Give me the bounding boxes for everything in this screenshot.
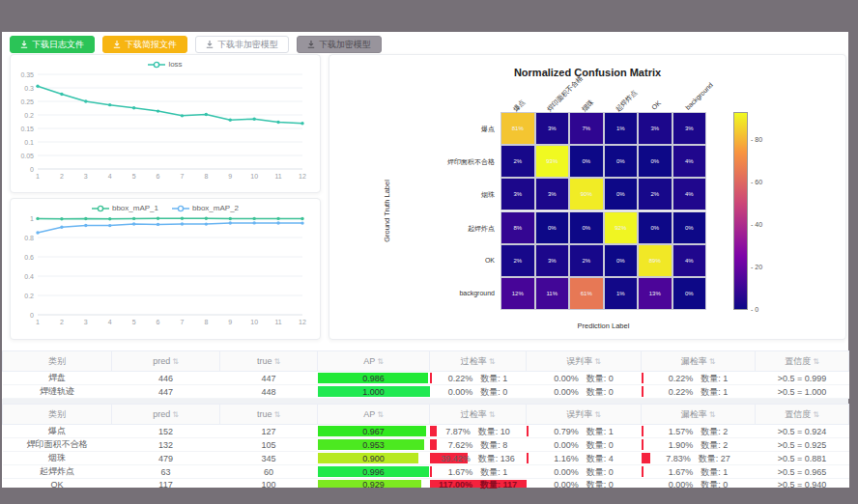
matrix-cell: 3% [500,178,535,210]
column-header-AP: AP⇅ [318,405,430,425]
matrix-cell: 93% [535,145,570,178]
column-header-label: 误判率 [566,356,592,366]
sort-icon[interactable]: ⇅ [377,410,384,419]
legend-item-bbox_mAP_2[interactable]: bbox_mAP_2 [172,204,239,212]
column-header-label: true [257,409,272,419]
sort-icon[interactable]: ⇅ [813,357,819,366]
miss-detect-cell: 1.90%数量: 2 [642,438,756,452]
bbox_mAP-plot: 00.20.40.60.81123456789101112 [11,212,314,328]
column-header-label: 过检率 [461,356,487,366]
true-value: 447 [220,372,318,385]
rate-value: 7.83%数量: 27 [642,453,756,464]
svg-text:0.25: 0.25 [20,98,34,105]
svg-text:0.8: 0.8 [24,235,34,241]
ap-cell: 0.996 [318,465,430,479]
matrix-row-label: 爆点 [412,125,495,134]
svg-text:1: 1 [36,173,40,180]
rate-percent: 0.00% [669,479,694,490]
rate-value: 0.79%数量: 1 [527,426,642,437]
svg-text:0.15: 0.15 [20,126,34,132]
rate-percent: 1.57% [669,426,694,437]
rate-percent: 0.00% [554,466,579,478]
rate-quantity: 数量: 0 [586,466,614,478]
download-icon [20,41,28,48]
matrix-cell: 4% [672,145,707,178]
download-plain-model-button[interactable]: 下载非加密模型 [195,36,289,53]
matrix-cell: 92% [604,211,639,244]
table-row: 烟珠4793450.90039.42%数量: 1361.16%数量: 47.83… [3,452,849,465]
table-row: 爆点1521270.9677.87%数量: 100.79%数量: 11.57%数… [3,425,849,438]
pred-value: 63 [112,465,220,479]
legend-item-bbox_mAP_1[interactable]: bbox_mAP_1 [92,204,158,212]
sort-icon[interactable]: ⇅ [377,357,384,366]
svg-text:0.6: 0.6 [24,254,34,261]
svg-text:5: 5 [132,173,136,180]
legend-item-loss[interactable]: loss [148,60,182,69]
rate-value: 1.67%数量: 1 [430,466,527,478]
column-header-置信度: 置信度⇅ [756,351,849,372]
rate-quantity: 数量: 1 [701,373,728,384]
sort-icon[interactable]: ⇅ [273,410,280,419]
sort-icon[interactable]: ⇅ [594,410,601,419]
rate-percent: 117.00% [439,479,472,490]
matrix-cell: 0% [638,145,672,178]
svg-text:6: 6 [157,173,160,180]
matrix-cell: 8% [500,211,535,244]
column-header-label: true [257,356,272,366]
svg-text:7: 7 [181,173,185,180]
download-log-button[interactable]: 下载日志文件 [10,36,95,53]
rate-value: 1.67%数量: 1 [642,466,756,478]
column-header-过检率: 过检率⇅ [430,405,527,425]
sort-icon[interactable]: ⇅ [594,357,601,366]
colorbar-tick: - 60 [751,179,762,185]
sort-icon[interactable]: ⇅ [172,357,179,366]
rate-percent: 39.42% [441,453,471,464]
svg-text:0: 0 [30,166,34,173]
svg-text:12: 12 [299,319,306,325]
confusion-matrix-grid: 81%3%7%1%3%3%2%93%0%0%0%4%3%3%90%0%2%4%8… [500,112,706,310]
sort-icon[interactable]: ⇅ [273,357,280,366]
download-log-button-label: 下载日志文件 [32,39,84,51]
svg-text:9: 9 [228,173,232,180]
column-header-true: true⇅ [220,351,318,372]
svg-text:11: 11 [274,173,281,180]
ap-value: 0.986 [318,373,430,384]
column-header-漏检率: 漏检率⇅ [642,405,756,425]
column-header-类别: 类别 [3,351,112,372]
sort-icon[interactable]: ⇅ [813,410,819,419]
rate-percent: 7.83% [666,453,691,464]
sort-icon[interactable]: ⇅ [709,357,716,366]
rate-value: 0.00%数量: 0 [527,466,642,478]
matrix-colorbar [733,112,748,310]
matrix-cell: 2% [638,178,672,210]
sort-icon[interactable]: ⇅ [709,410,716,419]
matrix-cell: 7% [569,112,604,145]
download-encrypted-model-button[interactable]: 下载加密模型 [297,36,382,53]
column-header-label: AP [363,356,375,366]
matrix-cell: 3% [535,112,570,145]
download-encrypted-model-button-label: 下载加密模型 [319,39,371,51]
mis-judge-cell: 0.00%数量: 0 [527,372,642,385]
rate-quantity: 数量: 136 [478,453,515,464]
rate-quantity: 数量: 0 [586,479,614,490]
colorbar-tick: - 0 [751,306,758,313]
svg-text:4: 4 [108,319,112,325]
download-brief-button[interactable]: 下载简报文件 [102,36,187,53]
sort-icon[interactable]: ⇅ [489,357,496,366]
rate-quantity: 数量: 2 [701,426,728,437]
class-name: 起焊炸点 [3,465,112,479]
svg-text:0.2: 0.2 [24,112,34,119]
matrix-column-label: 焊印面积不合格 [545,73,586,114]
column-header-label: 类别 [48,409,66,419]
confidence-cell: >0.5 = 0.881 [756,452,849,465]
colorbar-tick: - 80 [751,136,762,143]
rate-percent: 0.22% [669,373,694,384]
legend-label: bbox_mAP_1 [112,204,158,212]
colorbar-tick: - 20 [751,264,762,270]
sort-icon[interactable]: ⇅ [489,410,496,419]
rate-value: 1.57%数量: 2 [642,426,756,437]
rate-percent: 7.62% [448,439,473,451]
column-header-误判率: 误判率⇅ [527,405,642,425]
svg-text:9: 9 [228,319,232,325]
sort-icon[interactable]: ⇅ [172,410,179,419]
